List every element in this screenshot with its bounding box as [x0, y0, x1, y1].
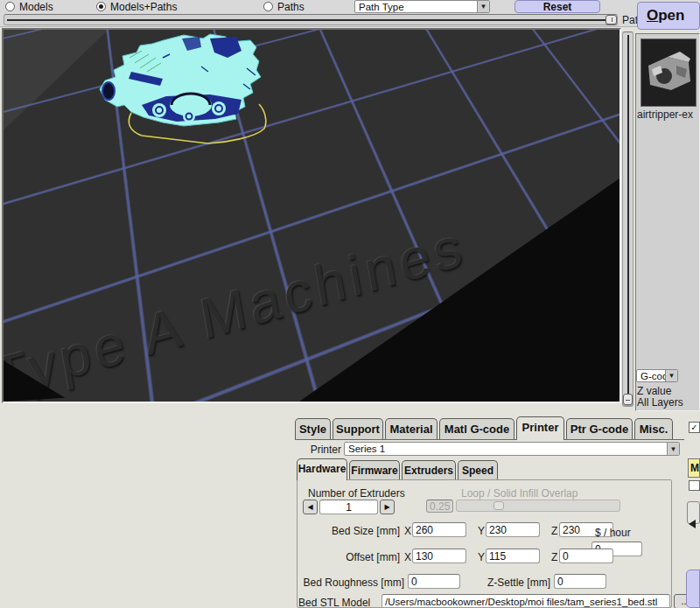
tab-style[interactable]: Style: [295, 418, 331, 440]
tab-material[interactable]: Material: [385, 418, 438, 440]
subtab-hardware[interactable]: Hardware: [297, 458, 347, 480]
radio-models-paths-label: Models+Paths: [110, 1, 177, 13]
tab-support[interactable]: Support: [332, 418, 383, 440]
path-percent-slider[interactable]: [4, 14, 618, 25]
printer-label: Printer: [308, 444, 341, 456]
top-toolbar: Models Models+Paths Paths Path Type ▼ Re…: [0, 0, 700, 27]
path-percent-slider-handle[interactable]: [606, 15, 617, 24]
edge-button-cutoff[interactable]: [686, 570, 700, 608]
open-button[interactable]: Open: [637, 2, 700, 30]
chevron-down-icon[interactable]: ▼: [667, 443, 679, 455]
tab-misc[interactable]: Misc.: [634, 418, 673, 440]
radio-models-paths[interactable]: Models+Paths: [96, 1, 177, 12]
reset-button[interactable]: Reset: [514, 0, 600, 13]
radio-paths[interactable]: Paths: [263, 1, 304, 12]
tab-matl-gcode[interactable]: Matl G-code: [439, 418, 514, 440]
radio-icon[interactable]: [5, 2, 15, 11]
z-value-slider-handle[interactable]: [623, 394, 633, 405]
3d-scene: Type A Machines: [4, 30, 620, 402]
radio-models-label: Models: [19, 1, 53, 13]
handle-grip: [626, 400, 630, 401]
edge-checkbox-empty[interactable]: [689, 480, 700, 491]
handle-grip: [612, 17, 612, 22]
hardware-groupbox: [297, 479, 672, 608]
gcode-select-value: G-code: [637, 371, 665, 381]
edge-m-field[interactable]: M: [688, 458, 700, 478]
model-thumbnail[interactable]: [640, 38, 696, 107]
thumbnail-image: [641, 39, 696, 106]
model-airtripper[interactable]: [79, 31, 276, 147]
left-arrow-icon[interactable]: [689, 520, 696, 528]
all-layers-label: All Layers: [637, 396, 683, 409]
tab-divider: [295, 439, 684, 440]
subtab-firmware[interactable]: Firmware: [349, 460, 400, 480]
printer-select[interactable]: Series 1 ▼: [344, 442, 680, 456]
slider-track-line: [627, 35, 629, 403]
chevron-down-icon[interactable]: ▼: [477, 1, 489, 12]
subtab-speed[interactable]: Speed: [458, 460, 498, 480]
path-type-value: Path Type: [355, 2, 477, 12]
radio-models[interactable]: Models: [5, 1, 53, 12]
z-value-label: Z value: [637, 385, 671, 397]
tab-printer[interactable]: Printer: [516, 416, 564, 440]
edge-checkbox-checked[interactable]: ✓: [689, 422, 700, 433]
radio-paths-label: Paths: [277, 1, 304, 13]
gcode-select[interactable]: G-code ▼: [636, 369, 678, 382]
radio-selected-icon[interactable]: [96, 2, 106, 11]
3d-viewport[interactable]: Type A Machines: [2, 28, 621, 403]
model-thumbnail-caption: airtripper-ex: [637, 108, 700, 121]
path-type-select[interactable]: Path Type ▼: [354, 0, 490, 13]
radio-icon[interactable]: [263, 2, 273, 11]
tab-ptr-gcode[interactable]: Ptr G-code: [566, 418, 633, 440]
z-value-slider[interactable]: [622, 31, 634, 407]
subtab-extruders[interactable]: Extruders: [402, 460, 456, 480]
printer-select-value: Series 1: [345, 444, 667, 454]
model-handle-hole: [102, 82, 115, 100]
slider-track-line: [7, 19, 614, 21]
chevron-down-icon[interactable]: ▼: [665, 370, 677, 381]
